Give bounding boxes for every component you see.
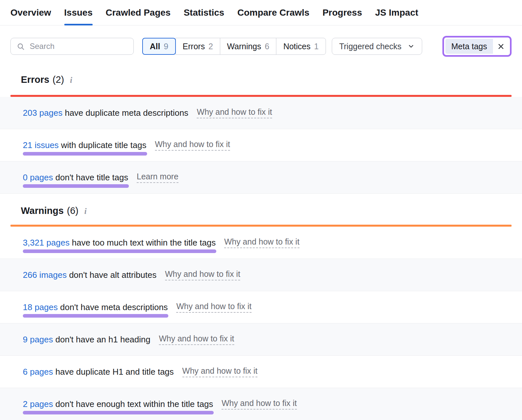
issue-row: 266 images don't have alt attributes Why… (0, 259, 522, 291)
fix-link[interactable]: Why and how to fix it (176, 302, 252, 313)
issue-row: 18 pages don't have meta descriptions Wh… (0, 291, 522, 323)
info-icon[interactable]: i (84, 207, 87, 216)
nav-tab-label: Compare Crawls (237, 8, 309, 18)
issue-text: 2 pages don't have enough text within th… (23, 399, 213, 409)
nav-tab-progress[interactable]: Progress (322, 0, 362, 25)
nav-tab-overview[interactable]: Overview (10, 0, 51, 25)
nav-tab-crawled-pages[interactable]: Crawled Pages (106, 0, 171, 25)
issue-count-link[interactable]: 6 pages (23, 367, 53, 377)
info-icon[interactable]: i (70, 76, 72, 85)
issue-description: with duplicate title tags (59, 140, 146, 150)
search-box[interactable] (10, 38, 134, 55)
issue-count-link[interactable]: 2 pages (23, 399, 53, 409)
issue-row: 21 issues with duplicate title tags Why … (0, 129, 522, 161)
issue-text: 21 issues with duplicate title tags (23, 140, 146, 150)
nav-tab-compare-crawls[interactable]: Compare Crawls (237, 0, 309, 25)
section-rows: 3,321 pages have too much text within th… (0, 227, 522, 420)
highlight-marker (23, 411, 214, 414)
remove-filter-button[interactable] (493, 39, 509, 54)
issue-description: have too much text within the title tags (69, 238, 216, 248)
issue-section-errors: Errors (2) i 203 pages have duplicate me… (0, 57, 522, 194)
nav-tab-label: Overview (10, 8, 51, 18)
segment-label: All (150, 42, 160, 51)
issue-text: 266 images don't have alt attributes (23, 270, 157, 280)
issue-description: don't have enough text within the title … (53, 399, 213, 409)
issue-count-link[interactable]: 9 pages (23, 335, 53, 344)
section-title: Errors (2) i (0, 57, 522, 95)
filter-segment-notices[interactable]: Notices 1 (276, 38, 326, 55)
highlight-marker (23, 249, 216, 253)
issue-row: 203 pages have duplicate meta descriptio… (0, 97, 522, 129)
issue-text: 6 pages have duplicate H1 and title tags (23, 367, 174, 377)
issue-description: have duplicate H1 and title tags (53, 367, 174, 377)
issue-description: don't have title tags (53, 172, 128, 182)
nav-tab-label: Progress (322, 8, 362, 18)
issue-description: have duplicate meta descriptions (62, 108, 188, 118)
segment-label: Warnings (227, 42, 261, 51)
nav-tab-label: Statistics (184, 8, 224, 18)
fix-link[interactable]: Learn more (137, 172, 178, 183)
search-input[interactable] (11, 38, 133, 54)
fix-link[interactable]: Why and how to fix it (224, 237, 299, 248)
highlight-marker (23, 314, 168, 318)
fix-link[interactable]: Why and how to fix it (155, 140, 230, 151)
fix-link[interactable]: Why and how to fix it (159, 334, 234, 345)
triggered-checks-dropdown[interactable]: Triggered checks (332, 38, 422, 55)
section-title: Warnings (6) i (0, 194, 522, 225)
triggered-checks-label: Triggered checks (339, 42, 402, 51)
issue-count-link[interactable]: 203 pages (23, 108, 62, 118)
section-title-text: Warnings (21, 205, 64, 216)
issue-count-link[interactable]: 18 pages (23, 302, 58, 312)
top-nav: Overview Issues Crawled Pages Statistics… (0, 0, 522, 25)
filter-segment-errors[interactable]: Errors 2 (176, 38, 220, 55)
chevron-down-icon (407, 43, 415, 50)
nav-tab-label: Crawled Pages (106, 8, 171, 18)
issue-text: 0 pages don't have title tags (23, 172, 128, 183)
issue-description: don't have an h1 heading (53, 335, 150, 344)
issue-text: 18 pages don't have meta descriptions (23, 302, 168, 312)
search-icon (17, 42, 25, 51)
nav-tab-statistics[interactable]: Statistics (184, 0, 224, 25)
issue-count-link[interactable]: 21 issues (23, 140, 59, 150)
segment-count: 1 (314, 42, 319, 51)
section-count: (6) (67, 205, 78, 216)
issue-row: 3,321 pages have too much text within th… (0, 227, 522, 259)
issue-section-warnings: Warnings (6) i 3,321 pages have too much… (0, 194, 522, 420)
fix-link[interactable]: Why and how to fix it (165, 269, 240, 280)
fix-link[interactable]: Why and how to fix it (222, 398, 297, 410)
highlight-marker (23, 184, 129, 188)
segment-label: Notices (283, 42, 310, 51)
segment-count: 9 (164, 42, 168, 51)
filter-segments: All 9 Errors 2 Warnings 6 Notices 1 (142, 38, 326, 55)
segment-count: 2 (208, 42, 213, 51)
issue-description: don't have meta descriptions (58, 302, 168, 312)
issue-count-link[interactable]: 3,321 pages (23, 238, 69, 248)
close-icon (498, 43, 504, 50)
meta-tags-filter-chip[interactable]: Meta tags (445, 39, 509, 54)
nav-tab-label: JS Impact (375, 8, 418, 18)
segment-count: 6 (265, 42, 269, 51)
issue-text: 3,321 pages have too much text within th… (23, 238, 216, 248)
issues-list: Errors (2) i 203 pages have duplicate me… (0, 57, 522, 420)
nav-tab-label: Issues (64, 8, 93, 18)
section-rows: 203 pages have duplicate meta descriptio… (0, 97, 522, 194)
issue-text: 9 pages don't have an h1 heading (23, 335, 150, 345)
filter-segment-warnings[interactable]: Warnings 6 (220, 38, 277, 55)
issue-text: 203 pages have duplicate meta descriptio… (23, 108, 188, 118)
issue-row: 0 pages don't have title tags Learn more (0, 161, 522, 194)
highlight-marker (23, 152, 147, 156)
section-count: (2) (53, 74, 64, 85)
issue-count-link[interactable]: 0 pages (23, 172, 53, 182)
filter-bar: All 9 Errors 2 Warnings 6 Notices 1 Trig… (0, 25, 522, 57)
filter-segment-all[interactable]: All 9 (142, 38, 176, 55)
issue-description: don't have alt attributes (67, 270, 156, 280)
fix-link[interactable]: Why and how to fix it (182, 366, 258, 377)
issue-row: 6 pages have duplicate H1 and title tags… (0, 356, 522, 388)
issue-row: 9 pages don't have an h1 heading Why and… (0, 323, 522, 356)
issue-count-link[interactable]: 266 images (23, 270, 67, 280)
meta-tags-filter-annotation: Meta tags (442, 36, 512, 57)
nav-tab-js-impact[interactable]: JS Impact (375, 0, 418, 25)
meta-tags-filter-label: Meta tags (445, 39, 493, 54)
fix-link[interactable]: Why and how to fix it (197, 107, 272, 118)
nav-tab-issues[interactable]: Issues (64, 0, 93, 25)
